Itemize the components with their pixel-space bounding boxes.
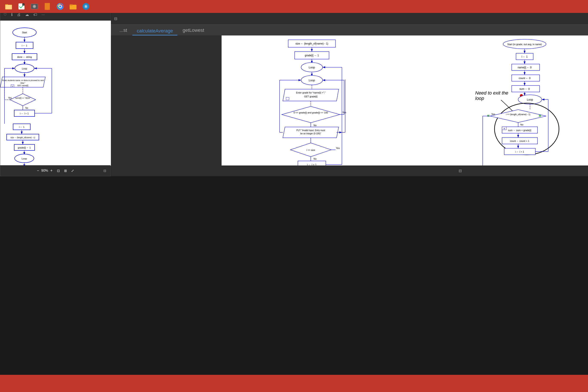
- svg-text:No: No: [25, 107, 28, 109]
- svg-text:size ← (length_of(name) - 1): size ← (length_of(name) - 1): [296, 42, 328, 45]
- svg-text:✓: ✓: [23, 4, 24, 6]
- photo-icon[interactable]: [30, 2, 39, 11]
- svg-text:i ← 1: i ← 1: [19, 126, 24, 128]
- display3-icon[interactable]: ⊟: [458, 168, 462, 173]
- svg-text:step:": step:": [20, 82, 25, 84]
- tab-getlowest-prev[interactable]: ...st: [115, 26, 131, 36]
- zoom-level: 90%: [41, 169, 48, 172]
- svg-text:name[i] == "done": name[i] == "done": [15, 97, 30, 99]
- browser-icon[interactable]: B: [82, 2, 90, 11]
- window-right: 📷 2024-03-09.png ✏ 🔍 🗑 ♡ ℹ 🖨 ☁ ⊟ ...st c…: [111, 0, 588, 176]
- svg-text:grade[i] ← 1: grade[i] ← 1: [305, 54, 319, 57]
- svg-text:Start (in grade, out avg, in n: Start (in grade, out avg, in name): [508, 43, 542, 46]
- window-left: — □ ✕ ♡ ℹ 🖨 ☁ 🏷 ··· Start: [0, 0, 111, 176]
- svg-text:B: B: [85, 5, 87, 8]
- right-toolbar: ⊟: [111, 13, 588, 25]
- zoom-in-button[interactable]: +: [50, 168, 53, 173]
- svg-point-9: [33, 5, 36, 8]
- folder2-icon[interactable]: [69, 2, 77, 11]
- left-flowchart-svg: Start i ← 1 done ← string Loop "Enter st…: [0, 21, 111, 166]
- svg-text:Yes: Yes: [8, 97, 12, 99]
- svg-text:i ← i + 1: i ← i + 1: [515, 150, 524, 153]
- zoom-out-button[interactable]: −: [37, 168, 39, 173]
- svg-text:»: »: [538, 113, 541, 118]
- svg-text:⊞: ⊞: [504, 128, 505, 130]
- bookmark-icon[interactable]: [43, 2, 52, 11]
- svg-text:No: No: [520, 123, 523, 126]
- svg-text:count ← count + 1: count ← count + 1: [510, 140, 529, 142]
- more-icon[interactable]: ···: [42, 12, 45, 17]
- svg-text:No: No: [314, 158, 316, 160]
- right-bottom-bar: ⊟: [222, 166, 588, 176]
- svg-text:GET grade[i]: GET grade[i]: [304, 95, 318, 98]
- folder-icon[interactable]: [4, 2, 13, 11]
- left-bottom-bar: − 90% + ⊡ ⊞ ⤢ ⊟: [0, 165, 110, 176]
- diagram-area: size ← (length_of(name) - 1) grade[i] ← …: [222, 36, 588, 169]
- taskbar-icons: ✓: [0, 2, 94, 11]
- svg-text:Start: Start: [22, 31, 27, 34]
- info-icon[interactable]: ℹ: [11, 12, 13, 17]
- svg-rect-2: [5, 5, 12, 9]
- svg-text:name[i] ← 0: name[i] ← 0: [518, 66, 532, 69]
- middle-flowchart: size ← (length_of(name) - 1) grade[i] ← …: [228, 38, 400, 169]
- svg-rect-15: [70, 5, 76, 10]
- display-button[interactable]: ⊟: [103, 169, 106, 173]
- svg-text:be an integer (0-100)": be an integer (0-100)": [300, 132, 321, 135]
- svg-marker-41: [10, 94, 36, 106]
- svg-text:count ← 0: count ← 0: [519, 77, 530, 80]
- svg-text:Loop: Loop: [309, 66, 315, 69]
- print-icon[interactable]: 🖨: [17, 12, 21, 17]
- svg-text:Need to exit the: Need to exit the: [475, 90, 508, 96]
- tag-icon[interactable]: 🏷: [33, 12, 37, 17]
- svg-text:size ← (length_of(name) - 1): size ← (length_of(name) - 1): [10, 136, 35, 138]
- page-nav-button[interactable]: ⊞: [64, 169, 67, 173]
- svg-text:sum ← 0: sum ← 0: [520, 88, 530, 90]
- svg-text:"Enter students name, or done : "Enter students name, or done to proceed…: [2, 79, 44, 82]
- checkbox-icon[interactable]: ✓: [17, 2, 26, 11]
- left-diagram-area: Start i ← 1 done ← string Loop "Enter st…: [0, 21, 111, 166]
- svg-text:Loop: Loop: [527, 98, 533, 101]
- svg-text:Loop: Loop: [22, 67, 27, 70]
- svg-text:Yes: Yes: [342, 111, 346, 114]
- tab-bar: ...st calculateAverage getLowest: [111, 25, 588, 36]
- svg-text:i ← 1: i ← 1: [522, 55, 528, 58]
- tab-getlowest[interactable]: getLowest: [178, 26, 208, 36]
- svg-text:Enter grade for *name[i] +";": Enter grade for *name[i] +";": [296, 91, 326, 94]
- svg-text:sum ← sum + grade[i]: sum ← sum + grade[i]: [508, 129, 531, 132]
- taskbar-top: ✓: [0, 0, 588, 13]
- svg-text:i == size: i == size: [306, 149, 315, 151]
- svg-text:«: «: [487, 113, 490, 118]
- svg-marker-152: [490, 110, 546, 122]
- svg-text:done ← string: done ← string: [17, 56, 32, 58]
- svg-text:i == (length_of(name) - 1): i == (length_of(name) - 1): [506, 113, 530, 116]
- svg-text:loop: loop: [475, 96, 484, 101]
- svg-marker-88: [282, 106, 340, 123]
- svg-text:Loop: Loop: [309, 79, 315, 82]
- tab-calculateaverage[interactable]: calculateAverage: [132, 26, 177, 36]
- fit-page-button[interactable]: ⊡: [57, 169, 60, 173]
- svg-text:Loop: Loop: [22, 157, 27, 160]
- right-flowchart: Need to exit the loop Start (in grade, o…: [398, 36, 588, 169]
- svg-point-14: [59, 5, 61, 8]
- svg-text:Yes: Yes: [336, 147, 340, 149]
- taskbar-bottom: [0, 375, 588, 392]
- fullscreen-button[interactable]: ⤢: [71, 169, 74, 173]
- svg-text:⊞: ⊞: [12, 86, 13, 87]
- svg-rect-16: [70, 4, 73, 5]
- cloud-icon[interactable]: ☁: [25, 12, 29, 17]
- svg-text:0 <= grade[i] and grade[i] <= : 0 <= grade[i] and grade[i] <= 100: [294, 111, 328, 114]
- svg-text:i ← 1: i ← 1: [22, 44, 27, 47]
- svg-text:i ← i + 1: i ← i + 1: [20, 112, 29, 115]
- star-icon[interactable]: ♡: [4, 12, 7, 17]
- svg-text:PUT "Invalid Input. Entry must: PUT "Invalid Input. Entry must: [296, 129, 325, 132]
- svg-rect-84: [286, 97, 289, 100]
- svg-text:No: No: [314, 124, 316, 126]
- zoom-control: − 90% +: [37, 168, 52, 173]
- chrome-icon[interactable]: [56, 2, 64, 11]
- svg-text:Yes: Yes: [491, 113, 495, 116]
- svg-text:grade[i] ← 1: grade[i] ← 1: [18, 146, 31, 149]
- svg-text:GET name[i]: GET name[i]: [18, 84, 28, 86]
- display2-icon[interactable]: ⊟: [114, 16, 117, 21]
